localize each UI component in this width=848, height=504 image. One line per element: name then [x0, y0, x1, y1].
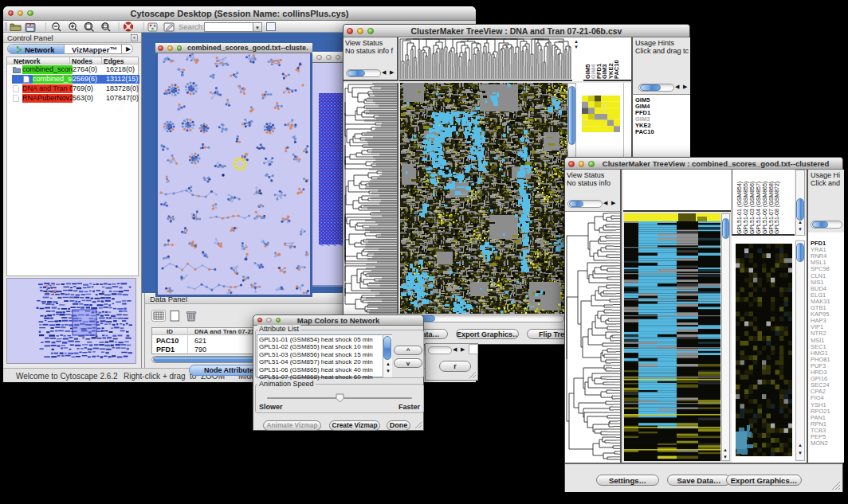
svg-text:Search:: Search:	[179, 22, 205, 31]
svg-text:GPL51-02 (GSM855): GPL51-02 (GSM855)	[743, 182, 749, 234]
svg-text:PAC10: PAC10	[613, 60, 620, 79]
svg-text:GPL51-06 (GSM865): GPL51-06 (GSM865)	[762, 182, 768, 234]
svg-text:GPL51-01 (GSM854): GPL51-01 (GSM854)	[736, 182, 743, 234]
svg-text:GPL51-07 (GSM868): GPL51-07 (GSM868)	[768, 182, 775, 234]
svg-text:GPL51-03 (GSM856): GPL51-03 (GSM856)	[749, 182, 756, 234]
svg-text:GPL51-08 (GSM872): GPL51-08 (GSM872)	[774, 182, 780, 234]
svg-text:GPL51-04 (GSM857): GPL51-04 (GSM857)	[756, 182, 762, 234]
